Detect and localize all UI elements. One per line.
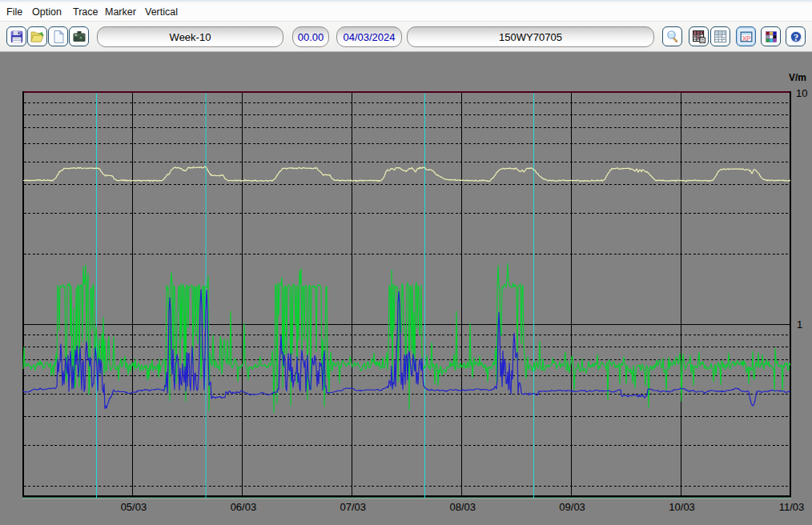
- svg-text:10: 10: [796, 87, 807, 99]
- svg-text:07/03: 07/03: [340, 501, 367, 513]
- svg-text:08/03: 08/03: [449, 501, 476, 513]
- svg-text:1: 1: [797, 319, 802, 331]
- svg-text:06/03: 06/03: [231, 501, 257, 513]
- svg-text:05/03: 05/03: [121, 501, 147, 513]
- svg-text:09/03: 09/03: [559, 501, 585, 513]
- svg-text:10/03: 10/03: [669, 501, 695, 513]
- svg-text:V/m: V/m: [789, 72, 806, 83]
- svg-text:11/03: 11/03: [779, 501, 805, 513]
